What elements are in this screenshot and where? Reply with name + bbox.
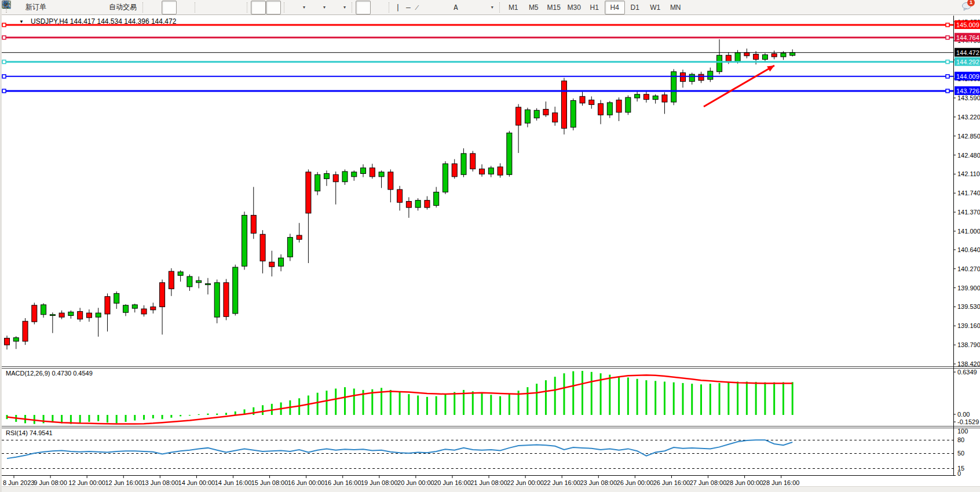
timeframe-m5[interactable]: M5	[524, 1, 544, 14]
templates-button[interactable]: ▾	[328, 1, 349, 14]
auto-scroll-button[interactable]	[251, 1, 266, 14]
vertical-line-icon: |	[396, 3, 400, 12]
cursor-button[interactable]	[356, 1, 371, 14]
timeframe-h4[interactable]: H4	[605, 1, 625, 14]
candle	[754, 54, 759, 60]
chart-shift-button[interactable]	[266, 1, 281, 14]
macd-label: MACD(12,26,9) 0.4730 0.4549	[6, 370, 93, 377]
chat-button[interactable]: 1	[961, 2, 971, 13]
candle	[342, 172, 348, 182]
candle	[32, 305, 37, 322]
date-label: 14 Jun 16:00	[215, 479, 252, 486]
line-handle[interactable]	[2, 36, 6, 39]
line-handle[interactable]	[946, 23, 949, 27]
equidistant-channel-button[interactable]: E	[420, 1, 436, 14]
candle	[781, 53, 786, 57]
timeframe-d1[interactable]: D1	[625, 1, 645, 14]
candle	[580, 96, 585, 103]
candle	[461, 154, 466, 174]
candle	[315, 174, 320, 191]
tile-windows-icon	[232, 3, 241, 12]
date-label: 23 Jun 08:00	[580, 479, 617, 486]
styler-button[interactable]	[49, 1, 64, 14]
date-label: 16 Jun 16:00	[324, 479, 361, 486]
label-tool-button[interactable]: T	[461, 1, 476, 14]
zoom-in-button[interactable]	[199, 1, 214, 14]
arrows-tool-button[interactable]: ▾	[476, 1, 496, 14]
candle	[123, 305, 129, 312]
candle	[525, 110, 530, 123]
chart-title: USDJPY,H4 144.417 144.534 144.396 144.47…	[31, 17, 176, 25]
separator	[389, 2, 390, 13]
fibonacci-button[interactable]: F	[436, 1, 451, 14]
price-chart-canvas[interactable]: 145.070144.700144.330143.960143.590143.2…	[2, 0, 980, 492]
price-tick-label: 143.220	[957, 114, 980, 121]
periods-button[interactable]: ▾	[308, 1, 328, 14]
price-tick-label: 142.110	[957, 170, 980, 177]
line-handle[interactable]	[2, 60, 6, 64]
price-badge-label: 144.472	[956, 49, 979, 56]
timeframe-m30[interactable]: M30	[564, 1, 584, 14]
date-label: 20 Jun 16:00	[434, 479, 471, 486]
candle	[306, 172, 311, 213]
candle	[233, 267, 238, 314]
timeframe-mn[interactable]: MN	[665, 1, 686, 14]
tile-windows-button[interactable]	[229, 1, 244, 14]
macd-scale-label: 0.6349	[957, 369, 977, 376]
fibonacci-icon: F	[438, 3, 448, 12]
candle	[516, 107, 521, 125]
new-order-button[interactable]: 新订单	[11, 1, 49, 14]
trendline-icon: ⁄	[416, 3, 418, 12]
price-tick-label: 138.790	[957, 341, 980, 348]
rsi-label: RSI(14) 74.9541	[6, 429, 53, 436]
price-tick-label: 140.640	[957, 246, 980, 253]
candlestick-chart-button[interactable]	[162, 1, 177, 14]
date-label: 27 Jun 08:00	[690, 479, 727, 486]
signals-button[interactable]	[79, 1, 94, 14]
timeframe-m15[interactable]: M15	[544, 1, 564, 14]
date-label: 15 Jun 08:00	[251, 479, 288, 486]
line-handle[interactable]	[2, 89, 6, 93]
price-badge-label: 143.726	[956, 88, 979, 94]
line-chart-icon	[180, 3, 189, 12]
toolbar-right: 1	[946, 2, 978, 13]
text-tool-button[interactable]: A	[451, 1, 461, 14]
candle	[480, 169, 485, 174]
timeframe-w1[interactable]: W1	[645, 1, 665, 14]
price-tick-label: 143.590	[957, 94, 980, 101]
line-handle[interactable]	[946, 75, 949, 78]
candle	[96, 313, 101, 317]
vertical-line-button[interactable]: |	[393, 1, 403, 14]
crosshair-button[interactable]	[371, 1, 386, 14]
date-label: 20 Jun 00:00	[397, 479, 434, 486]
horizontal-line-button[interactable]: —	[403, 1, 414, 14]
line-handle[interactable]	[946, 60, 949, 64]
window-bottom-edge	[2, 486, 980, 492]
auto-scroll-icon	[254, 3, 263, 12]
date-label: 12 Jun 00:00	[68, 479, 105, 486]
line-handle[interactable]	[2, 23, 6, 27]
arrows-icon	[479, 3, 488, 12]
line-handle[interactable]	[946, 36, 949, 39]
candle	[635, 94, 640, 98]
zoom-out-button[interactable]	[214, 1, 229, 14]
line-chart-button[interactable]	[177, 1, 192, 14]
clock-icon	[311, 3, 320, 12]
line-handle[interactable]	[946, 89, 949, 93]
bar-chart-button[interactable]	[147, 1, 162, 14]
chart-window-icon	[67, 3, 76, 12]
line-handle[interactable]	[2, 75, 6, 78]
candle	[534, 110, 539, 118]
trend-arrow-line[interactable]	[704, 65, 774, 107]
timeframe-h1[interactable]: H1	[584, 1, 605, 14]
timeframe-m1[interactable]: M1	[503, 1, 524, 14]
trendline-button[interactable]: ⁄	[414, 1, 420, 14]
candle	[333, 174, 338, 181]
date-label: 12 Jun 16:00	[105, 479, 142, 486]
search-icon[interactable]	[946, 3, 956, 12]
chart-object-caret-icon[interactable]: ▼	[19, 19, 24, 24]
auto-trading-button[interactable]: 自动交易	[94, 1, 140, 14]
indicators-button[interactable]: ▾	[288, 1, 308, 14]
market-watch-button[interactable]	[64, 1, 79, 14]
candle	[361, 168, 366, 174]
